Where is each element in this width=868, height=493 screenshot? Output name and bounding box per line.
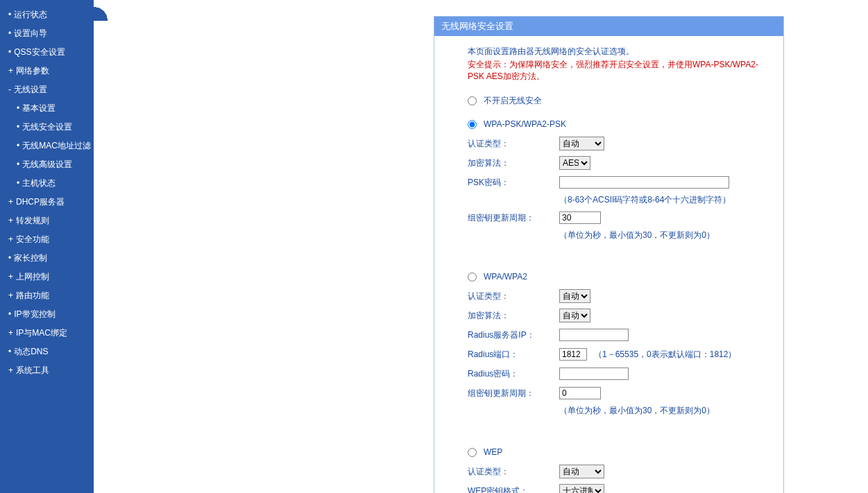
panel-title: 无线网络安全设置 — [434, 17, 783, 36]
wpapsk-encrypt-select[interactable]: AES — [559, 156, 590, 170]
sidebar-item-ddns[interactable]: •动态DNS — [0, 343, 94, 361]
radio-wpa-psk[interactable] — [468, 120, 477, 129]
wpapsk-psk-label: PSK密码： — [468, 177, 559, 189]
wpapsk-auth-label: 认证类型： — [468, 138, 559, 150]
wep-keyformat-select[interactable]: 十六进制 — [559, 484, 604, 493]
wpa-group-key-input[interactable] — [559, 387, 601, 399]
sidebar-item-host-status[interactable]: •主机状态 — [0, 174, 94, 193]
wep-auth-label: 认证类型： — [468, 466, 559, 478]
wep-keyformat-label: WEP密钥格式： — [468, 485, 559, 494]
sidebar-item-setup-wizard[interactable]: •设置向导 — [0, 24, 94, 43]
radius-port-input[interactable] — [559, 348, 587, 361]
sidebar-item-wireless[interactable]: -无线设置 — [0, 80, 94, 99]
sidebar-item-parental[interactable]: •家长控制 — [0, 249, 94, 268]
wpa-encrypt-select[interactable]: 自动 — [559, 309, 590, 322]
wpa-group-key-hint: （单位为秒，最小值为30，不更新则为0） — [559, 405, 763, 417]
disable-security-label: 不开启无线安全 — [484, 95, 542, 107]
wpa-psk-label: WPA-PSK/WPA2-PSK — [484, 119, 566, 129]
radius-port-hint: （1－65535，0表示默认端口：1812） — [594, 349, 736, 359]
radius-ip-input[interactable] — [559, 329, 629, 341]
sidebar-item-routing[interactable]: +路由功能 — [0, 286, 94, 305]
sidebar-item-system-tools[interactable]: +系统工具 — [0, 361, 94, 380]
wpa-auth-label: 认证类型： — [468, 291, 559, 302]
radius-pwd-input[interactable] — [559, 367, 629, 380]
warning-text: 安全提示：为保障网络安全，强烈推荐开启安全设置，并使用WPA-PSK/WPA2-… — [468, 59, 763, 83]
sidebar-item-mac-filter[interactable]: •无线MAC地址过滤 — [0, 137, 94, 155]
radio-wep[interactable] — [468, 448, 477, 457]
wpapsk-auth-select[interactable]: 自动 — [559, 137, 604, 150]
sidebar-item-network-params[interactable]: +网络参数 — [0, 62, 94, 80]
sidebar-item-ip-mac-bind[interactable]: +IP与MAC绑定 — [0, 324, 94, 343]
wpapsk-psk-input[interactable] — [559, 176, 729, 189]
sidebar: •运行状态 •设置向导 •QSS安全设置 +网络参数 -无线设置 •基本设置 •… — [0, 0, 94, 493]
sidebar-item-qss-security[interactable]: •QSS安全设置 — [0, 43, 94, 62]
main-content: 无线网络安全设置 本页面设置路由器无线网络的安全认证选项。 安全提示：为保障网络… — [94, 0, 868, 493]
wpa-encrypt-label: 加密算法： — [468, 310, 559, 322]
radio-wpa[interactable] — [468, 273, 477, 282]
wep-auth-select[interactable]: 自动 — [559, 465, 604, 478]
sidebar-item-basic-settings[interactable]: •基本设置 — [0, 99, 94, 118]
sidebar-item-bandwidth[interactable]: •IP带宽控制 — [0, 305, 94, 324]
wpapsk-group-key-hint: （单位为秒，最小值为30，不更新则为0） — [559, 230, 763, 241]
wpapsk-group-key-label: 组密钥更新周期： — [468, 212, 559, 224]
radius-port-label: Radius端口： — [468, 349, 559, 361]
sidebar-item-forwarding[interactable]: +转发规则 — [0, 211, 94, 230]
radius-ip-label: Radius服务器IP： — [468, 329, 559, 341]
sidebar-item-wireless-advanced[interactable]: •无线高级设置 — [0, 155, 94, 174]
sidebar-item-dhcp[interactable]: +DHCP服务器 — [0, 193, 94, 211]
radio-disable-security[interactable] — [468, 96, 477, 105]
sidebar-item-security[interactable]: +安全功能 — [0, 230, 94, 249]
wpa-label: WPA/WPA2 — [484, 272, 527, 282]
radius-pwd-label: Radius密码： — [468, 368, 559, 380]
wpapsk-psk-hint: （8-63个ACSII码字符或8-64个十六进制字符） — [559, 194, 763, 206]
sidebar-item-access-control[interactable]: +上网控制 — [0, 268, 94, 286]
intro-text: 本页面设置路由器无线网络的安全认证选项。 — [468, 46, 763, 58]
wireless-security-panel: 无线网络安全设置 本页面设置路由器无线网络的安全认证选项。 安全提示：为保障网络… — [434, 16, 784, 493]
wep-label: WEP — [484, 447, 502, 457]
wpa-auth-select[interactable]: 自动 — [559, 289, 590, 303]
wpa-group-key-label: 组密钥更新周期： — [468, 388, 559, 399]
sidebar-item-wireless-security[interactable]: •无线安全设置 — [0, 118, 94, 137]
wpapsk-encrypt-label: 加密算法： — [468, 157, 559, 169]
wpapsk-group-key-input[interactable] — [559, 211, 601, 224]
sidebar-item-running-status[interactable]: •运行状态 — [0, 6, 94, 24]
